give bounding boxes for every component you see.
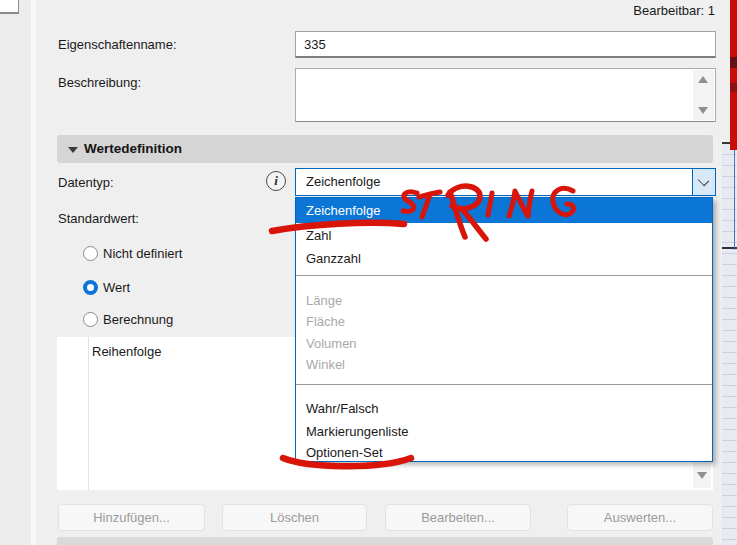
hinzufuegen-button[interactable]: Hinzufügen... [58, 504, 205, 531]
option-ganzzahl[interactable]: Ganzzahl [296, 247, 712, 269]
option-laenge: Länge [296, 289, 712, 311]
red-edge-bar [730, 0, 737, 150]
radio-label-wert[interactable]: Wert [103, 280, 130, 295]
option-winkel: Winkel [296, 353, 712, 375]
combobox-value: Zeichenfolge [306, 174, 380, 189]
column-header-reihenfolge: Reihenfolge [92, 344, 161, 359]
datatype-combobox[interactable]: Zeichenfolge [295, 168, 716, 196]
collapse-triangle-icon [68, 147, 78, 153]
description-label: Beschreibung: [58, 75, 141, 90]
info-icon[interactable]: i [266, 171, 286, 191]
description-scrollbar[interactable] [693, 70, 714, 120]
scroll-down-icon[interactable] [698, 107, 708, 114]
dropdown-separator [296, 384, 712, 385]
option-optionen-set[interactable]: Optionen-Set [296, 442, 712, 463]
option-flaeche: Fläche [296, 310, 712, 332]
red-bar-dark-segment [730, 57, 737, 68]
radio-label-berechnung[interactable]: Berechnung [103, 312, 173, 327]
list-scrollbar[interactable] [693, 462, 711, 488]
radio-berechnung[interactable] [83, 312, 98, 327]
editable-count-label: Bearbeitbar: 1 [633, 3, 715, 18]
column-divider [88, 337, 89, 490]
background-panel-corner [0, 0, 19, 14]
loeschen-button[interactable]: Löschen [222, 504, 367, 531]
property-name-input[interactable] [295, 31, 716, 58]
datatype-dropdown-list: Zeichenfolge Zahl Ganzzahl Länge Fläche … [295, 197, 713, 462]
option-zeichenfolge[interactable]: Zeichenfolge [296, 198, 712, 223]
red-bar-dark-segment [730, 83, 737, 92]
radio-wert[interactable] [83, 280, 98, 295]
property-editor-dialog: Bearbeitbar: 1 Eigenschaftenname: Beschr… [0, 0, 737, 545]
background-grid-strip [722, 142, 737, 545]
radio-nicht-definiert[interactable] [83, 246, 98, 261]
option-volumen: Volumen [296, 332, 712, 354]
chevron-down-icon [698, 175, 709, 186]
scroll-up-icon[interactable] [698, 76, 708, 83]
dropdown-separator [296, 275, 712, 276]
scroll-down-icon[interactable] [697, 472, 707, 479]
bearbeiten-button[interactable]: Bearbeiten... [385, 504, 531, 531]
option-wahr-falsch[interactable]: Wahr/Falsch [296, 397, 712, 419]
next-section-bar[interactable] [57, 537, 713, 545]
option-markierungenliste[interactable]: Markierungenliste [296, 420, 712, 442]
description-textarea[interactable] [295, 68, 716, 122]
datatype-label: Datentyp: [58, 175, 114, 190]
radio-label-nicht-definiert[interactable]: Nicht definiert [103, 246, 182, 261]
property-name-label: Eigenschaftenname: [58, 37, 177, 52]
auswerten-button[interactable]: Auswerten... [567, 504, 713, 531]
section-header-wertedefinition[interactable]: Wertedefinition [57, 135, 713, 163]
option-zahl[interactable]: Zahl [296, 224, 712, 246]
grid-blue-line [734, 150, 735, 250]
standardwert-label: Standardwert: [58, 211, 139, 226]
combobox-dropdown-button[interactable] [692, 169, 715, 195]
section-title: Wertedefinition [84, 141, 182, 156]
